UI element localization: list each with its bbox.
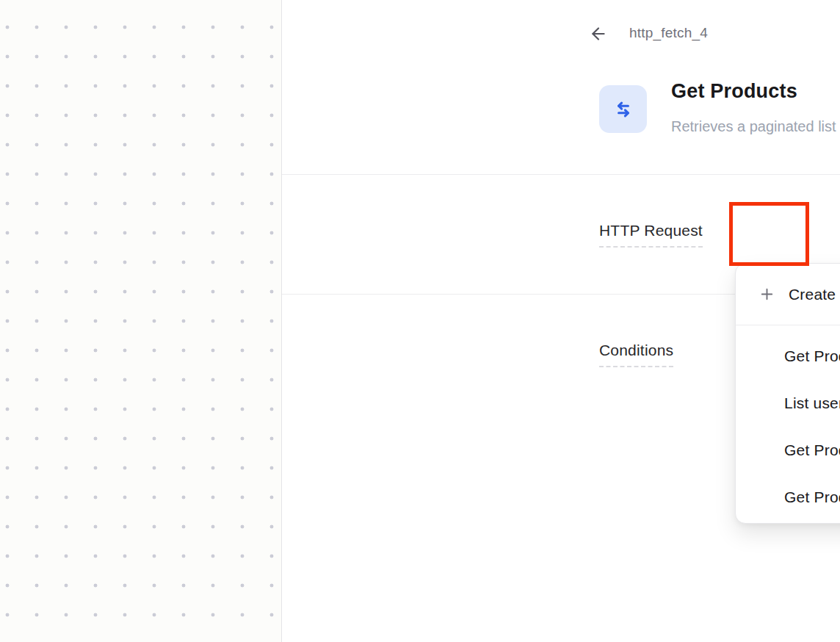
node-description: Retrieves a paginated list of products f… [671,118,840,135]
menu-item-label: Create a reusable request [789,286,840,303]
divider [282,174,840,175]
node-id-title: http_fetch_4 [629,25,708,41]
plus-icon [758,286,775,303]
conditions-label: Conditions [599,342,673,367]
menu-item-get-products-category-list[interactable]: Get Products Category List GET [736,474,840,521]
workflow-canvas[interactable] [0,0,281,642]
request-list: Get Products GET List user subscriptions… [736,325,840,524]
swap-arrows-icon [612,98,635,121]
reusable-request-dropdown-menu: Create a reusable request Get Products G… [735,263,840,524]
arrow-left-icon [589,35,608,46]
back-button[interactable] [589,24,608,43]
menu-item-label: Get Products [784,347,840,365]
http-request-label: HTTP Request [599,222,703,248]
node-title: Get Products [671,80,797,103]
menu-item-label: Get Products Category List [784,488,840,506]
menu-item-label: Get Products by Category [784,441,840,459]
menu-item-list-user-subscriptions[interactable]: List user subscriptions GET [736,380,840,427]
node-detail-panel: http_fetch_4 Get Products Retrieves a pa… [281,0,840,642]
menu-item-create-reusable-request[interactable]: Create a reusable request [736,264,840,325]
menu-item-label: List user subscriptions [784,394,840,412]
menu-item-get-products[interactable]: Get Products GET [736,333,840,380]
node-type-icon-box [599,85,647,133]
menu-item-get-products-by-category[interactable]: Get Products by Category GET [736,427,840,474]
